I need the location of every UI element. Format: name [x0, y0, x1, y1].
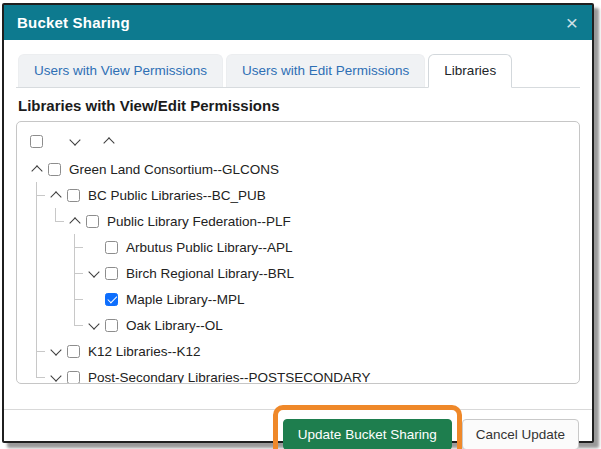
elbow-connector [27, 364, 46, 384]
rail-connector [27, 260, 46, 286]
tee-connector [65, 234, 84, 260]
chevron-down-icon[interactable] [84, 317, 104, 333]
close-icon[interactable]: × [566, 12, 578, 33]
rail-connector [27, 286, 46, 312]
tee-connector [65, 260, 84, 286]
tee-connector [27, 338, 46, 364]
library-label: Post-Secondary Libraries--POSTSECONDARY [88, 370, 371, 385]
tree-row: Arbutus Public Library--APL [23, 234, 569, 260]
tree-row: BC Public Libraries--BC_PUB [23, 182, 569, 208]
chevron-up-icon[interactable] [27, 161, 47, 177]
bucket-sharing-dialog: Bucket Sharing × Users with View Permiss… [2, 3, 594, 443]
section-title: Libraries with View/Edit Permissions [18, 97, 580, 114]
dialog-body: Users with View PermissionsUsers with Ed… [4, 40, 592, 384]
orange-highlight-annotation: Update Bucket Sharing [283, 419, 452, 449]
update-bucket-sharing-button[interactable]: Update Bucket Sharing [283, 419, 452, 449]
tab-view-permissions[interactable]: Users with View Permissions [18, 54, 223, 87]
elbow-connector [65, 312, 84, 338]
library-checkbox[interactable] [67, 371, 80, 384]
library-checkbox[interactable] [105, 319, 118, 332]
chevron-down-icon[interactable] [65, 134, 85, 150]
tree-row: Maple Library--MPL [23, 286, 569, 312]
library-checkbox[interactable] [48, 163, 61, 176]
library-label: Birch Regional Library--BRL [126, 266, 294, 281]
tree-toolbar [23, 129, 569, 154]
tee-connector [65, 286, 84, 312]
blank-connector [46, 234, 65, 260]
elbow-connector [46, 208, 65, 234]
tab-libraries[interactable]: Libraries [428, 54, 512, 88]
chevron-down-icon[interactable] [46, 343, 66, 359]
tree-row: Public Library Federation--PLF [23, 208, 569, 234]
library-label: K12 Libraries--K12 [88, 344, 201, 359]
library-checkbox[interactable] [105, 267, 118, 280]
tree-row: Birch Regional Library--BRL [23, 260, 569, 286]
rail-connector [27, 312, 46, 338]
dialog-title: Bucket Sharing [17, 14, 130, 31]
dialog-header: Bucket Sharing × [4, 5, 592, 40]
select-all-checkbox[interactable] [30, 135, 43, 148]
dialog-footer: Update Bucket Sharing Cancel Update [4, 409, 592, 449]
library-label: BC Public Libraries--BC_PUB [88, 188, 266, 203]
tee-connector [27, 182, 46, 208]
library-label: Oak Library--OL [126, 318, 223, 333]
library-label: Maple Library--MPL [126, 292, 245, 307]
chevron-up-icon[interactable] [65, 213, 85, 229]
tree-row: K12 Libraries--K12 [23, 338, 569, 364]
rail-connector [27, 208, 46, 234]
tree-row: Post-Secondary Libraries--POSTSECONDARY [23, 364, 569, 384]
blank-connector [46, 312, 65, 338]
tab-bar: Users with View PermissionsUsers with Ed… [16, 54, 580, 88]
library-checkbox[interactable] [105, 241, 118, 254]
chevron-down-icon[interactable] [84, 265, 104, 281]
library-checkbox[interactable] [105, 293, 118, 306]
tree-row: Green Land Consortium--GLCONS [23, 156, 569, 182]
cancel-update-button[interactable]: Cancel Update [462, 419, 579, 449]
library-label: Green Land Consortium--GLCONS [69, 162, 279, 177]
tab-edit-permissions[interactable]: Users with Edit Permissions [226, 54, 425, 87]
library-checkbox[interactable] [67, 345, 80, 358]
library-checkbox[interactable] [86, 215, 99, 228]
tree-row: Oak Library--OL [23, 312, 569, 338]
blank-connector [46, 260, 65, 286]
blank-connector [46, 286, 65, 312]
library-label: Public Library Federation--PLF [107, 214, 291, 229]
chevron-down-icon[interactable] [46, 369, 66, 384]
chevron-up-icon[interactable] [46, 187, 66, 203]
library-tree: Green Land Consortium--GLCONSBC Public L… [16, 121, 580, 384]
tree-rows: Green Land Consortium--GLCONSBC Public L… [23, 156, 569, 384]
library-checkbox[interactable] [67, 189, 80, 202]
library-label: Arbutus Public Library--APL [126, 240, 293, 255]
chevron-up-icon[interactable] [99, 134, 119, 150]
rail-connector [27, 234, 46, 260]
